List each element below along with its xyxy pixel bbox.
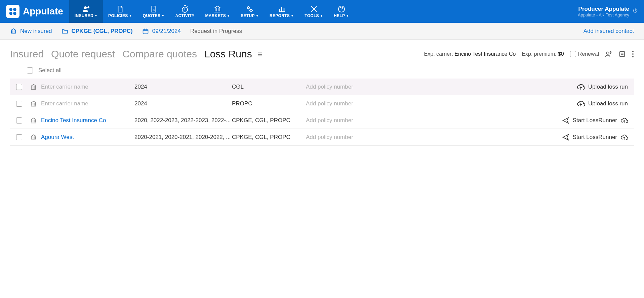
carrier-input[interactable] bbox=[41, 84, 134, 90]
chevron-down-icon: ▼ bbox=[227, 14, 230, 17]
action-label: Start LossRunner bbox=[573, 117, 617, 124]
year-cell: 2020, 2022-2023, 2022-2023, 2022-... bbox=[134, 117, 232, 124]
nav-reports[interactable]: REPORTS▼ bbox=[264, 0, 299, 23]
select-all-row: Select all bbox=[0, 66, 644, 79]
renewal-checkbox[interactable] bbox=[570, 51, 576, 57]
tab-quote-request[interactable]: Quote request bbox=[51, 48, 115, 60]
nav-label: HELP bbox=[334, 13, 345, 18]
bank-icon bbox=[30, 134, 37, 141]
start-lossrunner-button[interactable]: Start LossRunner bbox=[562, 134, 628, 141]
svg-point-15 bbox=[632, 53, 634, 55]
note-icon[interactable] bbox=[618, 50, 626, 58]
type-cell: CGL bbox=[232, 84, 306, 90]
row-checkbox[interactable] bbox=[16, 117, 22, 123]
action-label: Upload loss run bbox=[588, 100, 628, 107]
bar-chart-icon bbox=[278, 5, 286, 13]
carrier-link[interactable]: Encino Test Insurance Co bbox=[41, 117, 106, 124]
nav-help[interactable]: HELP▼ bbox=[328, 0, 354, 23]
nav-activity[interactable]: ACTIVITY bbox=[170, 0, 200, 23]
kebab-icon[interactable] bbox=[632, 50, 634, 58]
bank-icon bbox=[213, 5, 222, 13]
cloud-upload-icon[interactable] bbox=[620, 117, 628, 124]
policy-input[interactable] bbox=[306, 117, 562, 124]
svg-point-3 bbox=[13, 12, 16, 15]
policy-input[interactable] bbox=[306, 134, 562, 141]
logo-icon bbox=[6, 5, 19, 18]
action-label: Start LossRunner bbox=[573, 134, 617, 141]
row-checkbox[interactable] bbox=[16, 84, 22, 90]
renewal-label: Renewal bbox=[578, 51, 599, 57]
menu-icon[interactable] bbox=[257, 48, 264, 59]
tab-loss-runs[interactable]: Loss Runs bbox=[204, 48, 264, 60]
carrier-input[interactable] bbox=[41, 100, 134, 107]
tab-insured[interactable]: Insured bbox=[10, 48, 44, 60]
policy-input[interactable] bbox=[306, 84, 577, 90]
policy-crumb[interactable]: CPKGE (CGL, PROPC) bbox=[62, 28, 133, 35]
exp-premium-value[interactable]: $0 bbox=[558, 51, 564, 57]
assign-icon[interactable] bbox=[605, 50, 612, 58]
row-checkbox[interactable] bbox=[16, 101, 22, 107]
add-insured-contact-link[interactable]: Add insured contact bbox=[583, 28, 634, 35]
cloud-upload-icon bbox=[577, 100, 585, 108]
document-dollar-icon: $ bbox=[150, 5, 157, 13]
nav-items: INSURED▼ POLICIES▼ $ QUOTES▼ ACTIVITY bbox=[69, 0, 355, 23]
nav-label: SETUP bbox=[241, 13, 255, 18]
power-icon[interactable] bbox=[633, 8, 638, 15]
row-checkbox[interactable] bbox=[16, 134, 22, 140]
status-text: Request in Progress bbox=[190, 28, 242, 35]
svg-rect-10 bbox=[143, 29, 148, 34]
chevron-down-icon: ▼ bbox=[129, 14, 132, 17]
send-icon bbox=[562, 117, 569, 124]
gears-icon bbox=[246, 5, 254, 13]
cloud-upload-icon bbox=[577, 83, 585, 91]
table-row: 2024 PROPC Upload loss run bbox=[10, 95, 634, 112]
upload-loss-run-button[interactable]: Upload loss run bbox=[577, 83, 628, 91]
crumb-label: 09/21/2024 bbox=[152, 28, 181, 35]
bank-icon bbox=[30, 117, 37, 124]
send-icon bbox=[562, 134, 569, 141]
svg-point-4 bbox=[84, 6, 87, 9]
exp-carrier-value[interactable]: Encino Test Insurance Co bbox=[454, 51, 516, 57]
svg-point-11 bbox=[607, 52, 609, 54]
nav-insured[interactable]: INSURED▼ bbox=[69, 0, 103, 23]
nav-label: QUOTES bbox=[143, 13, 160, 18]
start-lossrunner-button[interactable]: Start LossRunner bbox=[562, 117, 628, 124]
exp-premium-label: Exp. premium: bbox=[522, 51, 556, 57]
user-name: Producer Appulate bbox=[578, 6, 629, 12]
nav-tools[interactable]: TOOLS▼ bbox=[299, 0, 328, 23]
nav-label: INSURED bbox=[75, 13, 93, 18]
chevron-down-icon: ▼ bbox=[291, 14, 294, 17]
carrier-link[interactable]: Agoura West bbox=[41, 134, 74, 141]
subheader: New insured CPKGE (CGL, PROPC) 09/21/202… bbox=[0, 23, 644, 40]
upload-loss-run-button[interactable]: Upload loss run bbox=[577, 100, 628, 108]
stopwatch-icon bbox=[181, 5, 189, 13]
tools-icon bbox=[310, 5, 318, 13]
nav-policies[interactable]: POLICIES▼ bbox=[103, 0, 137, 23]
type-cell: CPKGE, CGL, PROPC bbox=[232, 134, 306, 141]
nav-label: TOOLS bbox=[305, 13, 319, 18]
tab-compare-quotes[interactable]: Compare quotes bbox=[122, 48, 197, 60]
date-crumb[interactable]: 09/21/2024 bbox=[142, 28, 181, 35]
user-area[interactable]: Producer Appulate Appulate - AK Test Age… bbox=[578, 0, 644, 23]
svg-point-14 bbox=[632, 51, 634, 52]
table-row: 2024 CGL Upload loss run bbox=[10, 79, 634, 95]
policy-input[interactable] bbox=[306, 100, 577, 107]
year-cell: 2024 bbox=[134, 84, 232, 90]
table-row: Encino Test Insurance Co 2020, 2022-2023… bbox=[10, 112, 634, 129]
nav-quotes[interactable]: $ QUOTES▼ bbox=[137, 0, 170, 23]
svg-text:$: $ bbox=[153, 8, 155, 12]
logo[interactable]: Appulate bbox=[0, 0, 69, 23]
nav-label: MARKETS bbox=[205, 13, 226, 18]
exp-carrier-label: Exp. carrier: bbox=[424, 51, 453, 57]
chevron-down-icon: ▼ bbox=[94, 14, 97, 17]
select-all-checkbox[interactable] bbox=[27, 67, 33, 73]
svg-point-0 bbox=[9, 8, 12, 11]
nav-markets[interactable]: MARKETS▼ bbox=[200, 0, 236, 23]
loss-runs-table: 2024 CGL Upload loss run 2024 PROPC Uplo… bbox=[0, 79, 644, 146]
new-insured-link[interactable]: New insured bbox=[10, 28, 52, 35]
user-agency: Appulate - AK Test Agency bbox=[578, 12, 629, 17]
bank-icon bbox=[10, 28, 17, 35]
svg-point-7 bbox=[247, 7, 249, 9]
nav-setup[interactable]: SETUP▼ bbox=[235, 0, 264, 23]
cloud-upload-icon[interactable] bbox=[620, 134, 628, 141]
